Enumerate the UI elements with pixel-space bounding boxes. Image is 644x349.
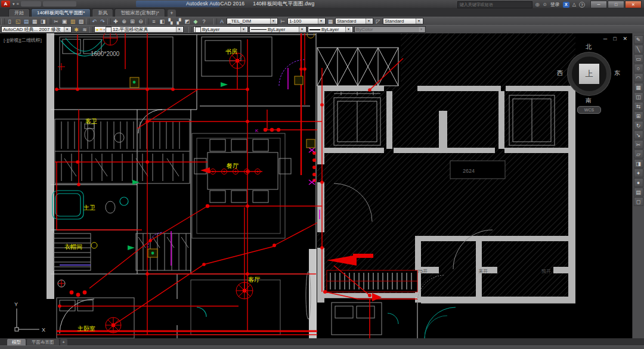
redo-icon[interactable]: ↷ — [99, 18, 106, 25]
lineweight-control-select[interactable]: ByLayer ▾ — [308, 26, 353, 33]
toolbar-grip[interactable] — [1, 18, 5, 24]
save-icon[interactable]: ▤ — [23, 18, 30, 25]
restore-button[interactable]: □ — [608, 1, 624, 8]
circle-icon[interactable]: ○ — [634, 64, 643, 73]
zoom-window-icon[interactable]: ⊞ — [129, 18, 136, 25]
toolbar-help-icon[interactable]: ? — [200, 18, 208, 25]
toolbar-grip[interactable] — [48, 18, 51, 24]
rectangle-icon[interactable]: ▭ — [634, 54, 643, 63]
layer-lock-icon[interactable]: ▪ — [104, 27, 105, 32]
chevron-down-icon[interactable]: ▾ — [416, 18, 422, 24]
pencil-icon[interactable]: ✎ — [634, 35, 643, 44]
sheetset-icon[interactable]: ▞ — [175, 18, 182, 25]
point-icon[interactable]: ● — [634, 178, 643, 187]
plot-icon[interactable]: ▦ — [31, 18, 38, 25]
toolbar-grip[interactable] — [86, 18, 89, 24]
dim-style-select[interactable]: 1-100 ▾ — [287, 18, 326, 24]
viewcube-top-face[interactable]: 上 — [579, 64, 599, 84]
undo-icon[interactable]: ↶ — [91, 18, 98, 25]
search-input[interactable] — [457, 1, 532, 8]
match-properties-icon[interactable]: ▨ — [78, 18, 85, 25]
chevron-down-icon[interactable]: ▾ — [318, 18, 324, 24]
array-icon[interactable]: ⊞ — [634, 111, 643, 120]
chevron-down-icon[interactable]: ▾ — [299, 27, 305, 32]
toolbar-grip[interactable] — [188, 27, 192, 33]
plot-preview-icon[interactable]: ◨ — [39, 18, 47, 25]
chevron-down-icon[interactable]: ▾ — [176, 27, 182, 32]
chevron-down-icon[interactable]: ▾ — [270, 18, 276, 24]
text-style-select[interactable]: _TEL_DIM ▾ — [227, 18, 278, 24]
autocad-logo-icon[interactable]: A — [1, 1, 10, 7]
file-tab-current-drawing[interactable]: 140样板间电气平面图* — [31, 8, 91, 17]
zoom-previous-icon[interactable]: ⊖ — [137, 18, 144, 25]
exchange-apps-icon[interactable]: X — [563, 2, 569, 8]
layer-select[interactable]: ● ☀ ▪ 12-平面移动家具 ▾ — [94, 26, 184, 33]
copy-icon[interactable]: ▣ — [61, 18, 68, 25]
explode-icon[interactable]: ✦ — [634, 169, 643, 177]
hatch-icon[interactable]: ▦ — [634, 83, 643, 92]
help-icon[interactable]: ? — [579, 2, 585, 8]
chevron-down-icon[interactable]: ▾ — [64, 27, 70, 32]
minimize-button[interactable]: ─ — [590, 1, 607, 8]
viewport-controls-label[interactable]: [-][俯视][二维线框] — [4, 37, 42, 43]
dim-style-icon[interactable]: ⊢ — [279, 18, 286, 25]
zoom-realtime-icon[interactable]: ⊕ — [120, 18, 128, 25]
quickcalc-icon[interactable]: ◆ — [192, 18, 199, 25]
new-layout-button[interactable]: + — [60, 339, 67, 345]
new-drawing-tab-button[interactable]: + — [168, 10, 176, 17]
mirror-icon[interactable]: ◫ — [634, 92, 643, 101]
model-tab[interactable]: 模型 — [7, 339, 26, 345]
workspace-gear-icon[interactable]: ✱ — [73, 26, 80, 33]
a360-icon[interactable]: △ — [572, 2, 576, 8]
open-icon[interactable]: ◱ — [14, 18, 21, 25]
paste-icon[interactable]: ▥ — [69, 18, 76, 25]
scale-icon[interactable]: ▱ — [634, 149, 643, 158]
qat-group-1[interactable] — [21, 1, 41, 7]
viewcube[interactable]: 上 北 南 西 东 WCS — [559, 44, 619, 114]
cut-icon[interactable]: ✂ — [52, 18, 60, 25]
signin-label[interactable]: 登录 — [550, 2, 560, 8]
file-tab-xinfeng[interactable]: 新风 — [92, 8, 113, 17]
close-button[interactable]: ✕ — [625, 1, 642, 8]
toolbar-grip[interactable] — [89, 27, 93, 33]
arc-icon[interactable]: ◠ — [634, 73, 643, 82]
table-style-icon[interactable]: ▦ — [327, 18, 334, 25]
trim-icon[interactable]: ✂ — [634, 140, 643, 149]
mleader-style-select[interactable]: Standard ▾ — [383, 18, 423, 24]
toolbar-grip[interactable] — [107, 18, 111, 24]
line-icon[interactable]: ╲ — [634, 45, 643, 54]
chevron-down-icon[interactable]: ▾ — [345, 27, 351, 32]
markup-icon[interactable]: ◩ — [184, 18, 191, 25]
qat-menu-icon[interactable]: ≡ — [17, 1, 19, 7]
chevron-down-icon[interactable]: ▾ — [366, 18, 371, 24]
designcenter-icon[interactable]: ◧ — [159, 18, 166, 25]
toolbar-grip[interactable] — [145, 18, 149, 24]
viewcube-north-label[interactable]: 北 — [586, 43, 592, 51]
file-tab-start[interactable]: 开始 — [8, 8, 30, 17]
layers-icon[interactable]: ▤ — [634, 188, 643, 197]
properties-icon[interactable]: ≡ — [150, 18, 157, 25]
block-icon[interactable]: ◻ — [634, 197, 643, 206]
new-icon[interactable]: ▯ — [6, 18, 13, 25]
drawing-canvas[interactable]: [-][俯视][二维线框] ─ □ ✕ — [0, 33, 632, 338]
user-icon[interactable]: ☺ — [543, 2, 547, 8]
qat-group-2[interactable] — [43, 1, 76, 7]
move-icon[interactable]: ↘ — [634, 130, 643, 139]
fillet-icon[interactable]: ◨ — [634, 159, 643, 168]
linetype-control-select[interactable]: ByLayer ▾ — [249, 26, 306, 33]
document-window-controls[interactable]: ─ □ ✕ — [603, 36, 630, 42]
workspace-select[interactable]: AutoCAD 经典... 2007 修改 ▾ — [1, 26, 72, 33]
viewcube-east-label[interactable]: 东 — [614, 69, 620, 77]
search-binoculars-icon[interactable]: ◎ — [535, 2, 540, 8]
viewcube-wcs-button[interactable]: WCS — [577, 106, 601, 114]
layer-bulb-icon[interactable]: ● — [96, 27, 98, 32]
toolbar-grip[interactable] — [213, 18, 217, 24]
offset-icon[interactable]: ⇆ — [634, 102, 643, 111]
pan-icon[interactable]: ✚ — [112, 18, 119, 25]
viewcube-south-label[interactable]: 南 — [586, 96, 592, 105]
layer-properties-icon[interactable]: ≋ — [81, 26, 88, 33]
chevron-down-icon[interactable]: ▾ — [240, 27, 246, 32]
qat-dropdown-icon[interactable]: ▾ — [13, 1, 15, 7]
rotate-icon[interactable]: ↻ — [634, 121, 643, 130]
layout-tab-plan[interactable]: 平面布置图 — [27, 339, 59, 345]
